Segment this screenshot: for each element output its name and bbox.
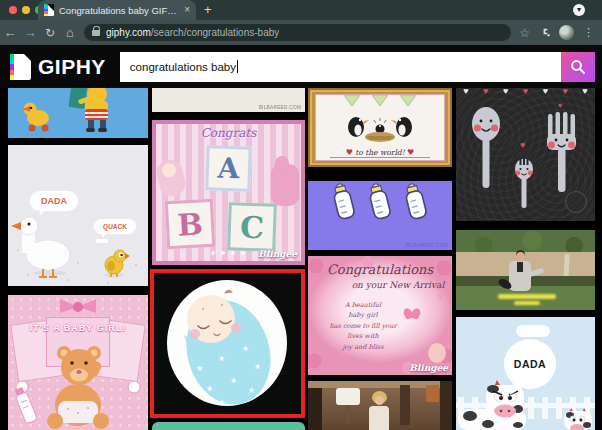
heart-icon: ♥ — [437, 290, 444, 302]
man-head — [516, 252, 525, 261]
stitch-caption: ♥ to the world! ♥ — [316, 148, 444, 157]
browser-window: Congratulations baby GIFs - Fi × + ▾ ← →… — [0, 0, 602, 430]
url-text: giphy.com/search/congratulations-baby — [106, 27, 279, 38]
home-icon[interactable]: ⌂ — [60, 25, 80, 40]
star-decor: ★ — [196, 365, 203, 373]
giphy-logo[interactable]: GIPHY — [0, 54, 106, 80]
caption-underline — [330, 157, 430, 158]
bottles-illustration — [308, 181, 452, 250]
gif-tile-cutlery-family[interactable]: ♥ ♥ ♥ ♥ ♥ ♥ ♥ — [456, 88, 595, 221]
duckling — [104, 250, 130, 278]
pink-giraffe-plush — [271, 164, 299, 206]
arrival-subtitle: on your New Arrival — [326, 280, 452, 290]
star-decor: ★ — [230, 377, 237, 385]
search-bar: congratulations baby — [120, 52, 595, 82]
star-decor: ★ — [218, 355, 225, 363]
pearls-decor — [208, 249, 254, 257]
toolbar-actions: ☆ ⋮ — [519, 25, 602, 40]
baby-face-decor — [428, 343, 446, 363]
speech-bubble-dada: DADA — [30, 191, 78, 211]
lampshade — [336, 388, 360, 405]
gif-tile-dada-cow[interactable]: DADA — [456, 317, 595, 430]
back-icon[interactable]: ← — [0, 25, 20, 40]
gif-tile-baby-swaddle-selected[interactable]: ★ ★ ★ ★ ★ ★ ★ ★ — [150, 269, 305, 418]
search-button[interactable] — [561, 52, 595, 82]
heart-icon: ♥ — [520, 140, 525, 150]
giphy-header: GIPHY congratulations baby — [0, 45, 602, 88]
extensions-puzzle-icon[interactable] — [539, 27, 550, 38]
gif-tile-dada-goose[interactable]: DADA QUACK — [8, 145, 148, 286]
minimize-window-button[interactable] — [22, 6, 30, 14]
heart-icon: ♥ — [346, 148, 353, 157]
tab-close-icon[interactable]: × — [184, 5, 190, 15]
close-window-button[interactable] — [9, 6, 17, 14]
poster — [426, 385, 439, 402]
gif-tile-man-outdoors[interactable] — [456, 230, 595, 310]
new-tab-button[interactable]: + — [204, 2, 212, 18]
star-decor: ★ — [218, 399, 225, 407]
star-decor: ★ — [206, 385, 213, 393]
reload-icon[interactable]: ↻ — [40, 26, 60, 40]
penguin-right — [391, 117, 412, 137]
gif-results-grid: DADA QUACK — [0, 88, 602, 430]
gif-tile-baby-bottles[interactable]: BILBAREED.COM — [308, 181, 452, 250]
woman-face — [375, 396, 384, 405]
woman-shirt — [369, 406, 389, 430]
toy-duck — [22, 103, 49, 132]
bookmark-star-icon[interactable]: ☆ — [519, 26, 530, 40]
cheek-left — [190, 329, 200, 339]
goose — [11, 217, 70, 277]
gif-tile-baby-girl-teddy[interactable]: IT'S A BABY GIRL! — [8, 295, 148, 430]
teddy-illustration — [8, 295, 148, 430]
forward-icon[interactable]: → — [20, 25, 40, 40]
address-bar[interactable]: giphy.com/search/congratulations-baby — [84, 24, 511, 41]
baby-girl-banner: IT'S A BABY GIRL! — [8, 323, 148, 333]
gif-tile-partial-bottom[interactable] — [152, 422, 305, 430]
doorframe — [308, 381, 322, 430]
letter-b: B — [176, 206, 203, 242]
baby-figure — [154, 157, 188, 198]
heart-icon: ♥ — [558, 102, 562, 109]
browser-tab[interactable]: Congratulations baby GIFs - Fi × — [38, 0, 196, 20]
search-query-text: congratulations baby — [130, 61, 236, 73]
profile-avatar[interactable] — [559, 25, 574, 40]
bottle — [331, 182, 355, 220]
bow — [60, 299, 96, 313]
search-input[interactable]: congratulations baby — [120, 52, 561, 82]
gif-tile-abc-blocks[interactable]: Congrats A B C Blingee — [152, 120, 305, 265]
cloud-dash — [96, 239, 108, 243]
search-icon — [570, 59, 586, 75]
block-b: B — [165, 199, 215, 249]
block-a: A — [205, 145, 252, 192]
star-decor: ★ — [242, 345, 249, 353]
dada-text: DADA — [41, 196, 67, 206]
rattle-right — [128, 381, 140, 393]
gif-tile-new-arrival-card[interactable]: Congratulations on your New Arrival A be… — [308, 256, 452, 375]
goose-illustration — [8, 145, 148, 286]
arrival-verse: A beautiful baby girl has come to fill y… — [318, 300, 408, 352]
giphy-favicon — [44, 4, 54, 16]
gif-tile-bilbareed-card[interactable]: BILBAREED.COM — [152, 88, 305, 112]
chrome-menu-icon[interactable]: ⋮ — [583, 26, 594, 39]
gif-tile-penguin-stitch[interactable]: ♥ to the world! ♥ — [308, 88, 452, 167]
bilbareed-watermark: BILBAREED.COM — [258, 105, 301, 110]
papa-fork — [547, 112, 576, 192]
subtitle-blur — [498, 294, 556, 299]
speech-bubble-quack: QUACK — [94, 219, 136, 234]
gif-tile-sitcom-clip[interactable] — [308, 381, 452, 430]
channel-watermark — [565, 191, 587, 213]
stitch-canvas: ♥ to the world! ♥ — [315, 94, 445, 161]
cabinet — [440, 381, 452, 430]
butterfly-decor — [404, 308, 420, 322]
shelf — [400, 385, 410, 425]
gif-tile-duck-toy[interactable] — [8, 88, 148, 138]
man-shirt — [517, 262, 523, 272]
bottle — [403, 182, 427, 220]
giphy-logo-text: GIPHY — [38, 55, 106, 79]
tab-strip: Congratulations baby GIFs - Fi × + ▾ — [0, 0, 602, 20]
star-decor: ★ — [248, 387, 255, 395]
letter-c: C — [239, 209, 264, 245]
profile-chevron-icon[interactable]: ▾ — [573, 4, 585, 16]
chick-and-nest — [365, 118, 395, 142]
lock-icon — [92, 29, 100, 36]
